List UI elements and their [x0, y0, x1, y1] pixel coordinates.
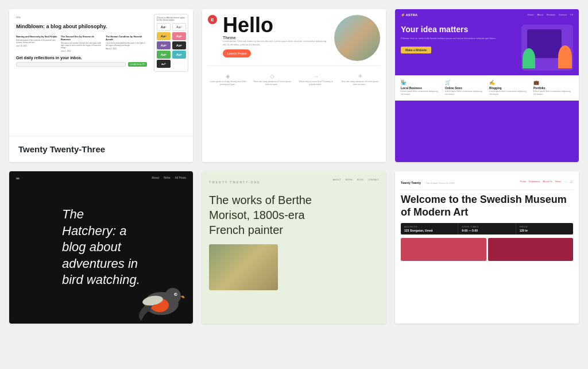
tt3-col1-text: Brief description of the contents of the…	[16, 39, 57, 44]
tt3-subheadline: Get daily reflections in your inbox.	[16, 56, 147, 60]
hello-e-icon: E	[208, 15, 217, 24]
hello-hero-image	[334, 15, 380, 61]
astra-blog-icon: ✍️	[489, 80, 529, 85]
card-tt20[interactable]: Twenty Twenty The Default Theme for 2020…	[395, 171, 579, 324]
hello-col-4: ✳ Here are many variations of Lorem ipsu…	[340, 73, 381, 86]
tt21-site-name: TWENTY TWENTY-ONE	[209, 180, 260, 184]
tt20-nav-divider	[401, 190, 573, 190]
card-hello[interactable]: E Hello Theme Lorem ipsum. Click sub but…	[202, 9, 386, 162]
hello-launch-btn: Launch Project	[223, 49, 251, 57]
tt20-menu-dots: …	[564, 179, 567, 183]
hello-divider	[208, 66, 380, 66]
tt3-aa-dark-2: Aa⚙	[157, 60, 171, 68]
tt2-nav-about: About	[152, 176, 159, 181]
astra-portfolio-icon: 💼	[533, 80, 573, 85]
astra-feature-blog: ✍️ Blogging Lorem ipsum dolor consectetu…	[489, 80, 529, 96]
tt21-featured-image	[209, 244, 278, 290]
hello-big-text: Hello	[223, 15, 328, 36]
theme-grid: TTS About Books All Posts Choose a diffe…	[9, 9, 579, 324]
astra-cta-btn: Make a Website	[401, 47, 431, 53]
astra-store-icon: 🛒	[445, 80, 485, 85]
astra-nav-home: Home	[528, 13, 534, 16]
hello-text-4: Here are many variations of Lorem ipsum …	[340, 80, 381, 86]
astra-nav-links: Home About Reviews Contact f ✈	[528, 13, 573, 16]
hello-col-1: ◈ Lorem ipsum is simply dummy text of th…	[208, 73, 249, 86]
card-tt3[interactable]: TTS About Books All Posts Choose a diffe…	[9, 9, 193, 162]
astra-store-title: Online Store	[445, 86, 485, 90]
tt3-input-area: Join Ad Homes NY	[16, 62, 147, 67]
astra-nav: ⚡ ASTRA Home About Reviews Contact f ✈	[395, 9, 579, 20]
hello-bottom-cols: ◈ Lorem ipsum is simply dummy text of th…	[208, 73, 380, 86]
tt3-style-row-4: Aa⚙ Aa⚙	[157, 51, 185, 59]
preview-tt2: ∞ About Write All Posts The Hatchery: a …	[9, 171, 193, 324]
tt3-aa-yellow: Aa⚙	[157, 32, 171, 40]
tt2-nav-links: About Write All Posts	[152, 176, 186, 181]
hello-top: E Hello Theme Lorem ipsum. Click sub but…	[208, 15, 380, 61]
tt3-aa-teal: Aa⚙	[172, 51, 186, 59]
tt20-nav-home: Home	[520, 180, 527, 183]
tt21-nav: ABOUT WORK BLOG CONTACT	[333, 178, 379, 181]
astra-local-title: Local Business	[401, 86, 440, 90]
tt3-style-panel: Choose a different theme styles for the …	[154, 14, 188, 72]
astra-hero-image	[521, 25, 573, 71]
tt20-site-name: Twenty Twenty	[401, 181, 421, 184]
astra-logo: ⚡ ASTRA	[401, 13, 417, 17]
astra-hero-desc: Pulvinar risus ac netus nulla lacinia tr…	[401, 37, 517, 40]
tt3-col2-title: The Second Sex by Simone de Beauvoir	[61, 35, 102, 41]
tt3-cols: Naming and Necessity by Saul Kripke Brie…	[16, 35, 147, 53]
hello-icon-2: ◇	[252, 73, 293, 79]
astra-nav-social: f ✈	[570, 13, 573, 16]
tt20-info-hours: OPEN TIMES 9:00 — 5:00	[458, 223, 515, 235]
tt21-headline: The works of Berthe Morisot, 1800s-era F…	[209, 193, 328, 237]
tt2-hero-text: The Hatchery: a blog about adventures in…	[51, 199, 152, 295]
hello-text-1: Lorem ipsum is simply dummy text of the …	[208, 80, 249, 86]
tt20-nav-news: News	[555, 180, 561, 183]
card-tt21[interactable]: TWENTY TWENTY-ONE ABOUT WORK BLOG CONTAC…	[202, 171, 386, 324]
astra-feature-store: 🛒 Online Store Lorem ipsum dolor consect…	[445, 80, 485, 96]
tt20-price-label: PRICE	[520, 225, 570, 228]
hello-desc: Lorem ipsum. Click sub button to dismiss…	[223, 40, 328, 47]
tt20-hours-label: OPEN TIMES	[462, 225, 512, 228]
astra-portfolio-desc: Lorem ipsum dolor consectetur adipiscing…	[533, 90, 573, 96]
astra-blog-title: Blogging	[489, 86, 529, 90]
tt3-headline: Mindblown: a blog about philosophy.	[16, 24, 147, 30]
tt21-nav-work: WORK	[345, 178, 352, 181]
card-astra[interactable]: ⚡ ASTRA Home About Reviews Contact f ✈ Y…	[395, 9, 579, 162]
tt20-search-icon: ⌕	[570, 179, 573, 184]
tt3-style-row-3: Aa⚙ Aa⚙	[157, 41, 185, 49]
astra-local-icon: 🏪	[401, 80, 440, 85]
tt20-nav-exhibitions: Exhibitions	[529, 180, 540, 183]
tt3-aa-dark: Aa⚙	[172, 41, 186, 49]
astra-hero-text: Your idea matters Pulvinar risus ac netu…	[401, 25, 517, 71]
tt21-nav-about: ABOUT	[333, 178, 341, 181]
astra-feature-portfolio: 💼 Portfolio Lorem ipsum dolor consectetu…	[533, 80, 573, 96]
tt3-aa-green: Aa⚙	[157, 51, 171, 59]
tt3-aa-purple: Aa⚙	[157, 41, 171, 49]
preview-tt3: TTS About Books All Posts Choose a diffe…	[9, 9, 193, 136]
tt3-style-row-1: Aa⚙ Aa⚙	[157, 23, 185, 31]
tt20-site-tag: The Default Theme for 2020	[426, 182, 455, 184]
hello-content: Hello Theme Lorem ipsum. Click sub butto…	[223, 15, 328, 57]
hello-icon-4: ✳	[340, 73, 381, 79]
tt20-hours-value: 9:00 — 5:00	[462, 229, 512, 232]
tt21-header: TWENTY TWENTY-ONE ABOUT WORK BLOG CONTAC…	[209, 178, 379, 188]
astra-feature-local: 🏪 Local Business Lorem ipsum dolor conse…	[401, 80, 440, 96]
tt3-col3-text: I try to be be persuaded that the poem i…	[106, 42, 147, 47]
tt3-style-row-2: Aa⚙ Aa⚙	[157, 32, 185, 40]
tt3-col2-text: She was a rich woman's female who, who g…	[61, 42, 102, 49]
tt3-col-2: The Second Sex by Simone de Beauvoir She…	[61, 35, 102, 53]
tt20-price-value: 129 kr	[520, 229, 570, 232]
hello-icon-3: →	[296, 73, 336, 79]
tt2-nav: ∞ About Write All Posts	[9, 171, 193, 186]
tt3-brand: TTS	[16, 16, 21, 19]
tt3-email-input	[16, 62, 126, 67]
astra-hero: Your idea matters Pulvinar risus ac netu…	[395, 20, 579, 71]
tt20-nav-about: About Us	[543, 180, 552, 183]
astra-bottom: 🏪 Local Business Lorem ipsum dolor conse…	[395, 75, 579, 101]
card-tt2[interactable]: ∞ About Write All Posts The Hatchery: a …	[9, 171, 193, 324]
preview-astra: ⚡ ASTRA Home About Reviews Contact f ✈ Y…	[395, 9, 579, 162]
tt20-info-row: ADDRESS 123 Storgatan, Umeå OPEN TIMES 9…	[401, 223, 573, 235]
astra-local-desc: Lorem ipsum dolor consectetur adipiscing…	[401, 90, 440, 96]
tt3-aa-white: Aa⚙	[157, 23, 171, 31]
tt21-nav-blog: BLOG	[357, 178, 363, 181]
